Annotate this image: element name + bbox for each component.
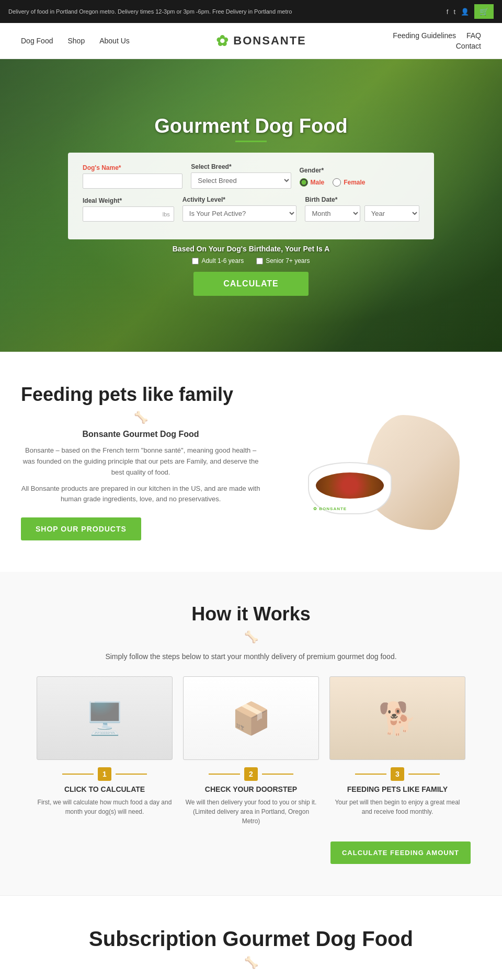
step-3-line-left [355,774,386,775]
birth-month-select[interactable]: Month [305,205,360,222]
about-desc-1: Bonsante – based on the French term "bon… [21,445,260,478]
step-2-line-left [209,774,240,775]
clearfix: CALCULATE FEEDING AMOUNT [21,841,481,864]
paw-icon: ✿ [216,32,229,50]
logo[interactable]: ✿ BONSANTE [216,32,306,50]
hero-title: Gourment Dog Food [68,115,434,137]
subscription-title: Subscription Gourmet Dog Food [21,927,481,951]
age-adult-option[interactable]: Adult 1-6 years [192,257,244,264]
birthdate-label: Birth Date* [305,196,419,203]
gender-group: Gender* Male Female [300,167,420,189]
dog-name-input[interactable] [83,174,182,189]
weight-label: Ideal Weight* [83,197,174,204]
hero-section: Gourment Dog Food Dog's Name* Select Bre… [0,59,502,352]
dog-name-label: Dog's Name* [83,164,182,171]
nav-contact[interactable]: Contact [456,42,481,50]
nav-shop[interactable]: Shop [67,37,85,45]
about-text: Feeding pets like family 🦴 Bonsante Gour… [21,383,260,540]
gender-label: Gender* [300,167,420,174]
nav-dog-food[interactable]: Dog Food [21,37,53,45]
about-image: ✿ BONSANTE [281,394,481,530]
step-2-desc: We will then delivery your food to you o… [183,798,319,826]
main-nav: Dog Food Shop About Us ✿ BONSANTE Feedin… [0,23,502,59]
step-3-number-row: 3 [329,767,465,781]
subscription-section: Subscription Gourmet Dog Food 🦴 [0,895,502,980]
about-bone-divider: 🦴 [21,411,260,424]
step-3-desc: Your pet will then begin to enjoy a grea… [329,798,465,816]
step-1-card: 1 CLICK TO CALCULATE First, we will calc… [37,676,173,826]
gender-male-option[interactable]: Male [300,178,325,187]
hero-content: Gourment Dog Food Dog's Name* Select Bre… [68,115,434,296]
step-2-card: 2 CHECK YOUR DOORSTEP We will then deliv… [183,676,319,826]
gender-male-label: Male [311,179,325,186]
nav-feeding-guidelines[interactable]: Feeding Guidelines [393,31,456,40]
form-row-2: Ideal Weight* lbs Activity Level* Is You… [83,196,419,222]
age-senior-label: Senior 7+ years [266,257,310,264]
weight-group: Ideal Weight* lbs [83,197,174,222]
step-2-number: 2 [244,767,258,781]
activity-group: Activity Level* Is Your Pet Active? [182,196,297,222]
step-1-title: CLICK TO CALCULATE [37,785,173,793]
breed-label: Select Breed* [191,163,291,170]
hero-underline [235,141,267,142]
birth-row: Month Year [305,205,419,222]
calculate-feeding-button[interactable]: CALCULATE FEEDING AMOUNT [330,841,471,864]
step-2-title: CHECK YOUR DOORSTEP [183,785,319,793]
weight-unit: lbs [163,211,170,217]
top-bar: Delivery of food in Portland Oregon metr… [0,0,502,23]
how-desc: Simply follow the steps below to start y… [21,652,481,661]
dog-name-group: Dog's Name* [83,164,182,189]
age-senior-option[interactable]: Senior 7+ years [256,257,310,264]
step-1-line-left [62,774,94,775]
user-icon[interactable]: 👤 [461,8,469,16]
gender-female-radio[interactable] [333,178,341,187]
step-2-number-row: 2 [183,767,319,781]
step-3-title: FEEDING PETS LIKE FAMILY [329,785,465,793]
subscription-bone: 🦴 [21,956,481,970]
about-subtitle: Bonsante Gourmet Dog Food [21,430,260,439]
twitter-icon[interactable]: t [453,8,455,16]
logo-name: BONSANTE [233,34,306,48]
calculator-form: Dog's Name* Select Breed* Select Breed G… [68,153,434,239]
step-1-image [37,676,173,760]
facebook-icon[interactable]: f [447,8,449,16]
about-heading: Feeding pets like family [21,383,260,406]
breed-group: Select Breed* Select Breed [191,163,291,189]
age-adult-label: Adult 1-6 years [201,257,244,264]
gender-female-option[interactable]: Female [333,178,365,187]
nav-about-us[interactable]: About Us [99,37,130,45]
nav-left: Dog Food Shop About Us [21,37,130,45]
social-icons: f t 👤 🛒 [447,4,494,19]
step-3-number: 3 [391,767,404,781]
step-3-image [329,676,465,760]
step-3-line-right [408,774,440,775]
gender-female-label: Female [344,179,365,186]
age-checkboxes: Adult 1-6 years Senior 7+ years [68,257,434,264]
nav-right: Feeding Guidelines FAQ Contact [393,31,481,50]
activity-select[interactable]: Is Your Pet Active? [182,205,297,222]
step-1-number: 1 [98,767,111,781]
step-1-line-right [116,774,147,775]
shop-products-button[interactable]: SHOP OUR PRODUCTS [21,517,141,540]
age-adult-checkbox[interactable] [192,258,199,264]
how-title: How it Works [21,603,481,625]
weight-input[interactable] [83,206,174,222]
about-desc-2: All Bonsante products are prepared in ou… [21,483,260,505]
step-2-image [183,676,319,760]
how-section: How it Works 🦴 Simply follow the steps b… [0,572,502,895]
cart-button[interactable]: 🛒 [474,4,494,19]
gender-options: Male Female [300,178,420,189]
about-section: Feeding pets like family 🦴 Bonsante Gour… [0,352,502,572]
activity-label: Activity Level* [182,196,297,203]
nav-faq[interactable]: FAQ [466,31,481,40]
calculate-button[interactable]: CALCULATE [193,272,309,296]
birth-year-select[interactable]: Year [364,205,419,222]
breed-select[interactable]: Select Breed [191,172,291,189]
age-senior-checkbox[interactable] [256,258,263,264]
gender-male-radio[interactable] [300,178,308,187]
step-3-card: 3 FEEDING PETS LIKE FAMILY Your pet will… [329,676,465,826]
bowl-logo: ✿ BONSANTE [313,506,347,511]
steps-row: 1 CLICK TO CALCULATE First, we will calc… [21,676,481,826]
how-bone-divider: 🦴 [21,630,481,644]
delivery-message: Delivery of food in Portland Oregon metr… [8,8,292,15]
